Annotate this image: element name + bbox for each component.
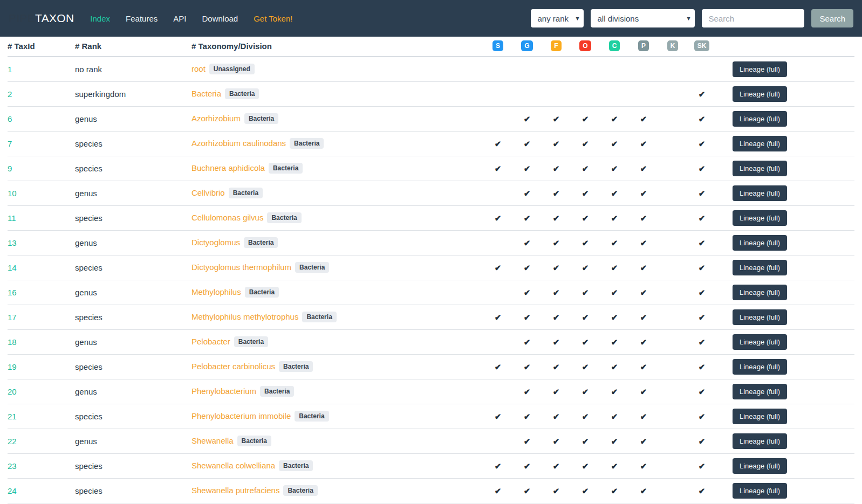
search-button[interactable]: Search — [811, 9, 853, 27]
taxonomy-name-link[interactable]: Pelobacter carbinolicus — [191, 362, 275, 371]
taxid-link[interactable]: 6 — [8, 114, 12, 123]
check-cell-o: ✔ — [571, 107, 600, 132]
lineage-full-button[interactable]: Lineage (full) — [733, 384, 787, 399]
checkmark-icon: ✔ — [495, 412, 502, 421]
rank-label: genus — [75, 337, 97, 347]
table-row: 20genusPhenylobacteriumBacteria✔✔✔✔✔✔Lin… — [8, 379, 854, 404]
taxonomy-name-link[interactable]: Shewanella colwelliana — [191, 461, 275, 470]
checkmark-icon: ✔ — [553, 114, 560, 123]
nav-link-index[interactable]: Index — [90, 14, 110, 23]
taxid-link[interactable]: 13 — [8, 238, 17, 247]
lineage-full-button[interactable]: Lineage (full) — [733, 235, 787, 251]
taxid-link[interactable]: 9 — [8, 164, 12, 173]
check-cell-c: ✔ — [600, 379, 629, 404]
lineage-full-button[interactable]: Lineage (full) — [733, 210, 787, 226]
taxonomy-name-link[interactable]: Cellulomonas gilvus — [191, 213, 263, 222]
taxid-link[interactable]: 11 — [8, 213, 16, 223]
taxid-link[interactable]: 2 — [8, 89, 12, 99]
taxid-link[interactable]: 7 — [8, 139, 12, 148]
lineage-full-button[interactable]: Lineage (full) — [733, 309, 787, 325]
taxid-link[interactable]: 22 — [8, 437, 17, 446]
division-badge: Bacteria — [229, 188, 263, 198]
checkmark-icon: ✔ — [524, 263, 531, 272]
table-row: 19speciesPelobacter carbinolicusBacteria… — [8, 355, 854, 379]
checkmark-icon: ✔ — [582, 213, 589, 223]
lineage-full-button[interactable]: Lineage (full) — [733, 86, 787, 102]
lineage-full-button[interactable]: Lineage (full) — [733, 458, 787, 474]
checkmark-icon: ✔ — [582, 461, 589, 471]
checkmark-icon: ✔ — [495, 139, 502, 148]
taxid-link[interactable]: 14 — [8, 263, 17, 272]
division-badge: Bacteria — [244, 113, 278, 124]
taxid-link[interactable]: 20 — [8, 387, 17, 396]
rank-select[interactable]: any rank — [531, 9, 584, 27]
taxid-link[interactable]: 10 — [8, 189, 17, 198]
taxonomy-name-link[interactable]: Pelobacter — [191, 337, 230, 346]
check-cell-sk: ✔ — [687, 379, 716, 404]
taxonomy-name-link[interactable]: Phenylobacterium — [191, 386, 256, 396]
division-badge: Bacteria — [295, 411, 329, 422]
taxonomy-name-link[interactable]: Dictyoglomus — [191, 238, 240, 247]
taxonomy-name-link[interactable]: Shewanella putrefaciens — [191, 486, 279, 495]
check-cell-sk: ✔ — [687, 429, 716, 454]
p-column-badge-icon: P — [638, 40, 649, 51]
lineage-full-button[interactable]: Lineage (full) — [733, 359, 787, 375]
taxid-link[interactable]: 23 — [8, 461, 17, 471]
checkmark-icon: ✔ — [553, 213, 560, 223]
checkmark-icon: ✔ — [611, 412, 618, 421]
lineage-full-button[interactable]: Lineage (full) — [733, 111, 787, 127]
check-cell-k — [658, 330, 687, 355]
check-cell-p: ✔ — [629, 256, 658, 280]
taxonomy-name-link[interactable]: Azorhizobium — [191, 114, 241, 123]
check-cell-p: ✔ — [629, 429, 658, 454]
lineage-full-button[interactable]: Lineage (full) — [733, 61, 787, 77]
lineage-full-button[interactable]: Lineage (full) — [733, 161, 787, 176]
check-cell-s: ✔ — [483, 404, 512, 429]
checkmark-icon: ✔ — [524, 114, 531, 123]
taxonomy-name-link[interactable]: Azorhizobium caulinodans — [191, 139, 286, 148]
taxid-link[interactable]: 17 — [8, 313, 17, 322]
lineage-full-button[interactable]: Lineage (full) — [733, 136, 787, 151]
o-column-badge-icon: O — [579, 40, 591, 51]
taxonomy-name-link[interactable]: root — [191, 64, 206, 73]
search-input[interactable] — [702, 9, 804, 27]
brand-logo[interactable]: PIPETAXON — [9, 12, 74, 25]
lineage-full-button[interactable]: Lineage (full) — [733, 185, 787, 201]
taxonomy-name-link[interactable]: Shewanella — [191, 436, 234, 445]
lineage-full-button[interactable]: Lineage (full) — [733, 334, 787, 350]
taxid-link[interactable]: 1 — [8, 65, 12, 74]
brand-logo-taxon: TAXON — [35, 12, 74, 24]
rank-label: genus — [75, 238, 97, 247]
checkmark-icon: ✔ — [582, 238, 589, 247]
taxid-link[interactable]: 16 — [8, 288, 17, 297]
lineage-full-button[interactable]: Lineage (full) — [733, 285, 787, 300]
lineage-full-button[interactable]: Lineage (full) — [733, 433, 787, 449]
taxonomy-name-link[interactable]: Buchnera aphidicola — [191, 163, 265, 172]
lineage-full-button[interactable]: Lineage (full) — [733, 483, 787, 499]
taxonomy-name-link[interactable]: Dictyoglomus thermophilum — [191, 263, 291, 272]
nav-link-api[interactable]: API — [173, 14, 186, 23]
taxid-link[interactable]: 18 — [8, 337, 17, 347]
division-badge: Bacteria — [290, 138, 324, 149]
nav-link-download[interactable]: Download — [202, 14, 238, 23]
taxid-link[interactable]: 21 — [8, 412, 17, 421]
check-cell-c: ✔ — [600, 231, 629, 256]
nav-link-features[interactable]: Features — [126, 14, 158, 23]
taxonomy-name-link[interactable]: Methylophilus methylotrophus — [191, 312, 298, 321]
taxid-link[interactable]: 19 — [8, 362, 17, 371]
taxid-link[interactable]: 24 — [8, 486, 17, 495]
check-cell-f — [542, 82, 571, 107]
checkmark-icon: ✔ — [524, 362, 531, 371]
check-cell-sk: ✔ — [687, 305, 716, 330]
nav-link-get-token[interactable]: Get Token! — [254, 14, 292, 23]
division-select[interactable]: all divisions — [591, 9, 695, 27]
lineage-full-button[interactable]: Lineage (full) — [733, 260, 787, 275]
taxonomy-name-link[interactable]: Cellvibrio — [191, 188, 225, 197]
taxonomy-name-link[interactable]: Methylophilus — [191, 287, 241, 296]
check-cell-o — [571, 82, 600, 107]
taxonomy-name-link[interactable]: Phenylobacterium immobile — [191, 411, 291, 420]
lineage-full-button[interactable]: Lineage (full) — [733, 409, 787, 424]
taxonomy-name-link[interactable]: Bacteria — [191, 89, 221, 98]
rank-select-wrap: any rank — [531, 9, 584, 27]
rank-label: species — [75, 461, 102, 471]
